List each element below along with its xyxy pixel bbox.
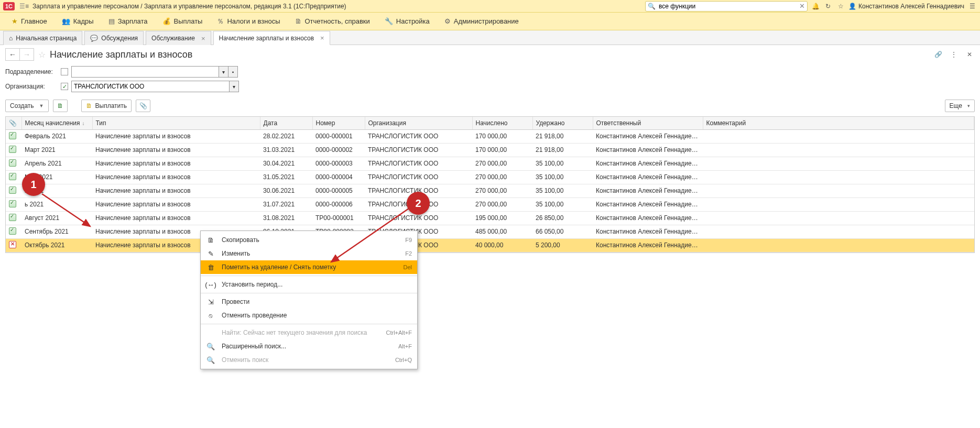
favorite-icon[interactable]: ☆ [38,50,46,60]
cell-resp: Константинов Алексей Геннадиевич [593,211,703,225]
back-button[interactable]: ← [5,48,20,61]
forward-button[interactable]: → [19,48,34,61]
col-type[interactable]: Тип [92,117,260,129]
nav-item-1[interactable]: 👥Кадры [55,13,101,30]
cell-number: 0000-000003 [312,157,365,170]
clip-icon: 📎 [139,102,147,109]
row-status-cell [6,238,21,252]
organization-input[interactable] [72,81,229,92]
panel-icon[interactable]: ☰ [967,2,977,11]
annotation-badge-1: 1 [22,173,45,196]
table-row[interactable]: ь 2021Начисление зарплаты и взносов31.07… [6,197,974,211]
subdivision-input[interactable] [72,67,219,77]
row-status-cell [6,197,21,211]
tab-label: Обслуживание [151,35,195,42]
tab-1[interactable]: 💬Обсуждения [84,31,144,45]
col-responsible[interactable]: Ответственный [593,117,703,129]
nav-item-7[interactable]: ⚙Администрирование [437,13,526,30]
subdivision-dropdown-icon[interactable]: ▾ [219,67,228,77]
cell-comment [703,184,974,197]
table-row[interactable]: Май 2021Начисление зарплаты и взносов31.… [6,170,974,184]
cell-month: ь 2021 [21,197,92,211]
menu-item-0[interactable]: 🗎СкопироватьF9 [201,233,417,247]
star-icon[interactable]: ☆ [836,2,845,11]
cell-comment [703,143,974,157]
tab-0[interactable]: ⌂Начальная страница [3,31,82,45]
nav-item-0[interactable]: ★Главное [4,13,55,30]
table-row[interactable]: Апрель 2021Начисление зарплаты и взносов… [6,157,974,170]
col-attach[interactable]: 📎 [6,117,21,129]
close-icon[interactable]: × [201,35,205,42]
nav-label: Выплаты [174,17,203,25]
col-org[interactable]: Организация [365,117,472,129]
table-row[interactable]: Февраль 2021Начисление зарплаты и взносо… [6,129,974,143]
col-month[interactable]: Месяц начисления↓ [21,117,92,129]
subdivision-select-icon[interactable]: ▪ [228,67,237,77]
burger-icon[interactable]: ≡ [19,2,29,11]
menu-item-1[interactable]: ✎ИзменитьF2 [201,247,417,253]
row-status-cell [6,225,21,238]
col-number[interactable]: Номер [312,117,365,129]
annotation-badge-2: 2 [407,192,430,215]
attach-button[interactable]: 📎 [136,100,150,112]
nav-item-3[interactable]: 💰Выплаты [155,13,210,30]
user-block[interactable]: 👤 Константинов Алексей Геннадиевич [848,3,964,10]
close-icon[interactable]: × [320,34,324,42]
global-search-input[interactable] [658,2,799,10]
cell-org: ТРАНСЛОГИСТИК ООО [365,129,472,143]
app-title: Зарплата и управление персоналом / Зарпл… [32,3,346,10]
subdivision-combo[interactable]: ▾ ▪ [71,66,238,78]
cell-org: ТРАНСЛОГИСТИК ООО [365,143,472,157]
col-withheld[interactable]: Удержано [532,117,593,129]
create-button[interactable]: Создать ▼ [5,100,49,112]
organization-combo[interactable]: ▾ [71,81,239,92]
col-accrued[interactable]: Начислено [472,117,532,129]
cell-comment [703,211,974,225]
organization-checkbox[interactable]: ✓ [61,83,68,90]
tab-3[interactable]: Начисление зарплаты и взносов× [213,31,330,45]
tab-2[interactable]: Обслуживание× [146,31,211,45]
cell-date: 31.07.2021 [260,197,312,211]
pay-label: Выплатить [95,102,127,109]
doc-posted-icon [9,132,16,139]
menu-label: Изменить [222,250,399,253]
cell-withheld: 35 100,00 [532,157,593,170]
kebab-icon[interactable]: ⋮ [949,49,959,60]
col-comment[interactable]: Комментарий [703,117,974,129]
link-icon[interactable]: 🔗 [933,49,943,60]
cell-number: ТР00-000001 [312,211,365,225]
bell-icon[interactable]: 🔔 [811,2,820,11]
organization-dropdown-icon[interactable]: ▾ [229,81,238,92]
more-button[interactable]: Еще ▾ [945,100,975,112]
copy-icon: 🗎 [57,102,63,109]
pay-button[interactable]: 🗎 Выплатить [81,100,132,112]
row-status-cell [6,211,21,225]
nav-item-2[interactable]: ▤Зарплата [101,13,155,30]
close-page-icon[interactable]: ✕ [964,49,975,60]
doc-posted-icon [9,186,16,194]
col-date[interactable]: Дата [260,117,312,129]
create-label: Создать [10,102,34,109]
grid-header-row: 📎 Месяц начисления↓ Тип Дата Номер Орган… [6,117,974,129]
cell-resp: Константинов Алексей Геннадиевич [593,143,703,157]
copy-button[interactable]: 🗎 [53,100,68,112]
cell-org: ТРАНСЛОГИСТИК ООО [365,157,472,170]
cell-date: 30.04.2021 [260,157,312,170]
cell-accrued: 170 000,00 [472,129,532,143]
nav-item-5[interactable]: 🗎Отчетность, справки [288,13,377,30]
nav-item-6[interactable]: 🔧Настройка [377,13,437,30]
nav-label: Главное [21,17,47,25]
chat-icon: 💬 [90,35,98,42]
pay-icon: 🗎 [86,102,92,109]
table-row[interactable]: Октябрь 2021Начисление зарплаты и взносо… [6,238,974,252]
nav-label: Администрирование [454,17,519,25]
history-icon[interactable]: ↻ [823,2,833,11]
table-row[interactable]: ь 2021Начисление зарплаты и взносов30.06… [6,184,974,197]
nav-item-4[interactable]: ％Налоги и взносы [210,13,287,30]
table-row[interactable]: Август 2021Начисление зарплаты и взносов… [6,211,974,225]
table-row[interactable]: Март 2021Начисление зарплаты и взносов31… [6,143,974,157]
table-row[interactable]: Сентябрь 2021Начисление зарплаты и взнос… [6,225,974,238]
clear-search-icon[interactable]: ✕ [799,2,805,10]
subdivision-checkbox[interactable] [61,68,68,75]
global-search[interactable]: 🔍 ✕ [645,1,808,12]
